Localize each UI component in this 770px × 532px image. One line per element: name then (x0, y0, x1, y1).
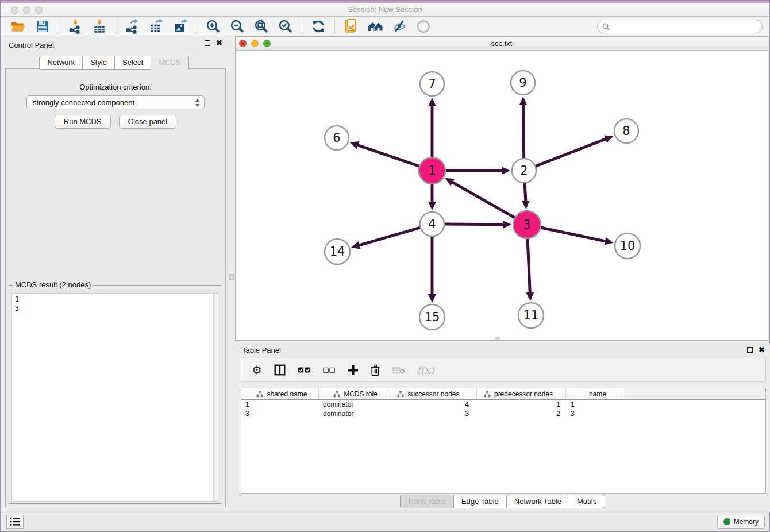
table-row[interactable]: 1 dominator 4 1 1 (241, 400, 765, 409)
graph-edge-arrowhead (503, 221, 511, 229)
import-network-icon[interactable] (67, 18, 84, 35)
zoom-in-icon[interactable] (205, 18, 222, 35)
graph-edge-2-9[interactable] (523, 104, 523, 160)
column-header-shared-name[interactable]: shared name (241, 388, 319, 399)
graph-edge-3-1[interactable] (452, 182, 516, 218)
graph-node-label: 4 (428, 217, 436, 231)
network-window-traffic-lights: ✕ − ＋ (239, 40, 271, 47)
table-cell[interactable]: dominator (319, 410, 388, 418)
float-panel-icon[interactable] (205, 40, 210, 46)
task-history-button[interactable] (6, 515, 24, 529)
network-hscrollbar-thumb[interactable] (495, 337, 500, 340)
search-input[interactable] (612, 21, 762, 32)
graph-edge-1-6[interactable] (357, 145, 421, 167)
graph-edge-2-3[interactable] (525, 182, 526, 202)
maximize-network-button[interactable]: ＋ (263, 40, 271, 47)
main-toolbar (1, 17, 769, 36)
delete-column-icon[interactable] (370, 364, 380, 376)
close-panel-button[interactable]: Close panel (119, 115, 177, 129)
tab-network[interactable]: Network (39, 56, 83, 70)
eye-icon[interactable] (415, 18, 432, 35)
tab-select[interactable]: Select (114, 56, 151, 70)
export-image-icon[interactable] (172, 18, 189, 35)
minimize-network-button[interactable]: − (251, 40, 259, 47)
optimization-criterion-label: Optimization criterion: (6, 83, 225, 91)
delete-table-icon[interactable] (392, 366, 405, 375)
export-network-icon[interactable] (124, 18, 141, 35)
titlebar: Session: New Session (1, 1, 769, 17)
memory-status-icon (723, 518, 730, 525)
create-column-icon[interactable] (347, 364, 359, 376)
table-cell[interactable]: 1 (477, 400, 566, 408)
graph-edge-3-11[interactable] (528, 237, 530, 294)
graph-edge-4-3[interactable] (443, 224, 504, 225)
hide-all-columns-icon[interactable] (323, 367, 336, 374)
table-cell[interactable]: 3 (566, 410, 625, 418)
table-header-filler (625, 388, 765, 399)
splitter-handle[interactable] (229, 274, 234, 280)
column-header-mcds-role[interactable]: MCDS role (319, 388, 388, 399)
close-table-panel-icon[interactable]: ✖ (759, 347, 765, 353)
graph-edge-arrowhead (351, 241, 360, 249)
save-session-icon[interactable] (34, 18, 51, 35)
tab-mcds[interactable]: MCDS (151, 56, 188, 70)
close-panel-icon[interactable]: ✖ (216, 40, 222, 46)
table-row[interactable]: 3 dominator 3 2 3 (241, 409, 765, 418)
zoom-fit-icon[interactable] (253, 18, 270, 35)
column-chooser-icon[interactable] (274, 364, 286, 376)
document-share-icon[interactable] (342, 18, 360, 35)
table-cell[interactable]: 2 (477, 410, 566, 418)
mcds-result-list[interactable]: 1 3 (11, 293, 218, 502)
zoom-out-icon[interactable] (229, 18, 246, 35)
graph-node-label: 9 (519, 76, 526, 90)
graph-edge-arrowhead (526, 292, 534, 301)
export-table-icon[interactable] (148, 18, 165, 35)
graph-edge-3-10[interactable] (540, 228, 606, 242)
network-canvas[interactable]: 1234678910111415 (236, 51, 768, 340)
home-icon[interactable] (367, 18, 384, 35)
table-cell[interactable]: 3 (241, 410, 319, 418)
memory-button[interactable]: Memory (717, 515, 765, 529)
refresh-icon[interactable] (310, 18, 327, 35)
tab-node-table[interactable]: Node Table (400, 495, 454, 508)
column-header-predecessor-nodes[interactable]: predecessor nodes (477, 388, 566, 399)
table-cell[interactable]: 1 (241, 400, 319, 408)
graph-node-label: 7 (428, 77, 436, 91)
graph-node-label: 15 (425, 310, 440, 324)
graph-edge-2-8[interactable] (534, 138, 607, 167)
import-table-icon[interactable] (91, 18, 108, 35)
run-mcds-button[interactable]: Run MCDS (55, 115, 111, 129)
close-network-button[interactable]: ✕ (239, 40, 247, 47)
graph-edge-arrowhead (502, 167, 510, 175)
zoom-selected-icon[interactable] (277, 18, 294, 35)
tab-motifs[interactable]: Motifs (569, 495, 605, 508)
graph-edge-4-14[interactable] (358, 227, 421, 245)
column-header-successor-nodes[interactable]: successor nodes (388, 388, 477, 399)
tab-edge-table[interactable]: Edge Table (453, 495, 507, 508)
control-panel: Control Panel ✖ Network Style Select MCD… (1, 36, 228, 512)
column-header-name[interactable]: name (566, 388, 625, 399)
optimization-criterion-select[interactable]: strongly connected component (26, 95, 205, 109)
optimization-criterion-value: strongly connected component (33, 98, 134, 107)
style-preview-icon[interactable] (391, 18, 408, 35)
table-cell[interactable]: 3 (388, 410, 477, 418)
table-cell[interactable]: 1 (566, 400, 625, 408)
tab-network-table[interactable]: Network Table (506, 495, 569, 508)
result-scrollbar[interactable] (213, 294, 218, 501)
open-session-icon[interactable] (10, 18, 27, 35)
mcds-result-groupbox: MCDS result (2 nodes) 1 3 (9, 285, 221, 504)
function-builder-icon[interactable]: f(x) (417, 364, 434, 376)
tab-style[interactable]: Style (82, 56, 115, 70)
table-toolbar: ⚙ f(x) (241, 358, 766, 382)
table-panel-title: Table Panel (242, 346, 281, 354)
table-cell[interactable]: 4 (388, 400, 477, 408)
table-cell[interactable]: dominator (319, 400, 388, 408)
search-field[interactable] (597, 20, 763, 33)
table-settings-gear-icon[interactable]: ⚙ (252, 363, 262, 377)
graph-edge-arrowhead (428, 202, 436, 210)
panel-splitter[interactable] (228, 36, 235, 512)
hierarchy-icon (333, 391, 340, 398)
table-panel: Table Panel ✖ ⚙ f(x) shared name (235, 343, 770, 512)
show-all-columns-icon[interactable] (298, 366, 311, 374)
float-table-panel-icon[interactable] (747, 347, 753, 353)
